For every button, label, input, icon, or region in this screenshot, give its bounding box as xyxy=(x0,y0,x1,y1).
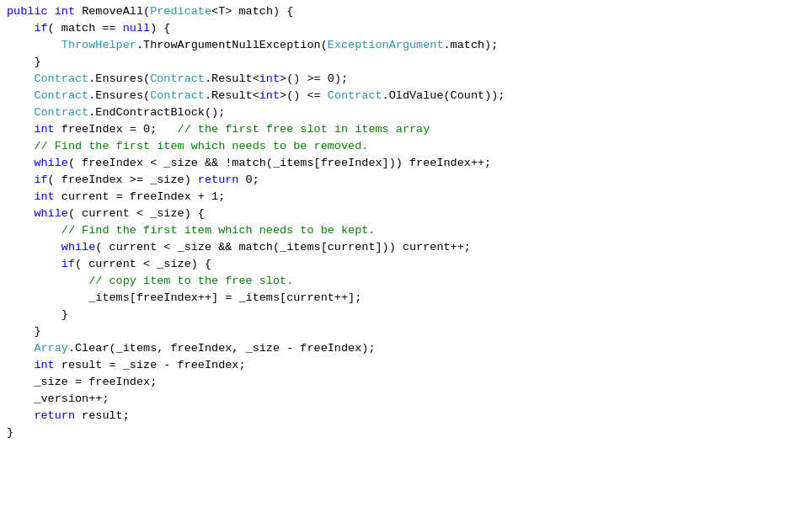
token-plain: 0; xyxy=(238,172,259,189)
token-plain: _version++; xyxy=(34,391,109,408)
token-type: ThrowHelper xyxy=(61,37,136,54)
line-indent xyxy=(7,340,34,357)
code-line: Contract.EndContractBlock(); xyxy=(0,104,812,121)
code-line: if( match == null) { xyxy=(0,20,812,37)
line-indent xyxy=(7,256,61,273)
token-kw: while xyxy=(34,155,68,172)
token-plain: } xyxy=(34,54,40,71)
token-plain: .OldValue(Count)); xyxy=(382,88,505,104)
line-indent xyxy=(7,273,88,290)
token-plain: .match); xyxy=(444,37,499,54)
token-plain: ( freeIndex >= _size) xyxy=(48,172,198,189)
token-kw: if xyxy=(34,20,47,37)
line-indent xyxy=(7,323,34,340)
code-line: while( current < _size && match(_items[c… xyxy=(0,239,812,256)
token-plain: .EndContractBlock(); xyxy=(88,104,225,121)
code-line: ThrowHelper.ThrowArgumentNullException(E… xyxy=(0,37,812,54)
code-line: public int RemoveAll(Predicate<T> match)… xyxy=(0,3,812,20)
line-indent xyxy=(7,205,34,222)
token-kw: int xyxy=(34,189,54,205)
code-line: } xyxy=(0,307,812,323)
code-line: // Find the first item which needs to be… xyxy=(0,222,812,239)
token-plain: result = _size - freeIndex; xyxy=(55,357,246,374)
code-line: while( freeIndex < _size && !match(_item… xyxy=(0,155,812,172)
code-line: Contract.Ensures(Contract.Result<int>() … xyxy=(0,71,812,88)
code-line: // copy item to the free slot. xyxy=(0,273,812,290)
token-plain: .Clear(_items, freeIndex, _size - freeIn… xyxy=(68,340,376,357)
line-indent xyxy=(7,374,34,391)
line-indent xyxy=(7,391,34,408)
token-type: Predicate xyxy=(150,3,211,20)
line-indent xyxy=(7,104,34,121)
token-kw: if xyxy=(34,172,47,189)
token-plain: _size = freeIndex; xyxy=(34,374,157,391)
token-plain: >() >= 0); xyxy=(280,71,348,88)
line-indent xyxy=(7,239,61,256)
token-kw: public xyxy=(7,3,48,20)
token-plain: .Ensures( xyxy=(88,88,150,104)
code-line: int current = freeIndex + 1; xyxy=(0,189,812,205)
code-line: Array.Clear(_items, freeIndex, _size - f… xyxy=(0,340,812,357)
line-indent xyxy=(7,54,34,71)
line-indent xyxy=(7,408,34,424)
code-line: // Find the first item which needs to be… xyxy=(0,138,812,155)
line-indent xyxy=(7,88,34,104)
token-plain: ) { xyxy=(150,20,170,37)
code-line: _items[freeIndex++] = _items[current++]; xyxy=(0,290,812,307)
token-plain: ( current < _size) { xyxy=(68,205,205,222)
token-plain: freeIndex = 0; xyxy=(55,121,178,138)
line-indent xyxy=(7,37,61,54)
token-kw: return xyxy=(34,408,75,424)
token-kw: null xyxy=(123,20,150,37)
code-line: if( current < _size) { xyxy=(0,256,812,273)
token-type: Array xyxy=(34,340,68,357)
token-plain: ( current < _size && match(_items[curren… xyxy=(95,239,471,256)
token-kw: int xyxy=(55,3,75,20)
token-plain: ( match == xyxy=(48,20,123,37)
line-indent xyxy=(7,20,34,37)
code-line: Contract.Ensures(Contract.Result<int>() … xyxy=(0,88,812,104)
line-indent xyxy=(7,222,61,239)
token-plain: current = freeIndex + 1; xyxy=(55,189,226,205)
line-indent xyxy=(7,290,88,307)
line-indent xyxy=(7,121,34,138)
token-plain: ( current < _size) { xyxy=(75,256,211,273)
token-kw: if xyxy=(61,256,75,273)
token-plain: } xyxy=(7,424,13,441)
line-indent xyxy=(7,307,61,323)
code-line: while( current < _size) { xyxy=(0,205,812,222)
token-kw: while xyxy=(34,205,68,222)
code-line: return result; xyxy=(0,408,812,424)
token-type: Contract xyxy=(150,88,205,104)
token-plain: <T> match) { xyxy=(211,3,293,20)
code-line: if( freeIndex >= _size) return 0; xyxy=(0,172,812,189)
token-kw: int xyxy=(34,121,54,138)
line-indent xyxy=(7,172,34,189)
token-comment: // Find the first item which needs to be… xyxy=(61,222,376,239)
token-plain: >() <= xyxy=(280,88,328,104)
token-plain: _items[freeIndex++] = _items[current++]; xyxy=(88,290,361,307)
line-indent xyxy=(7,138,34,155)
token-type: ExceptionArgument xyxy=(328,37,444,54)
token-type: Contract xyxy=(34,71,88,88)
token-kw: int xyxy=(259,88,280,104)
line-indent xyxy=(7,357,34,374)
token-type: Contract xyxy=(34,104,88,121)
code-line: int freeIndex = 0; // the first free slo… xyxy=(0,121,812,138)
token-kw: while xyxy=(61,239,96,256)
token-plain: ( freeIndex < _size && !match(_items[fre… xyxy=(68,155,491,172)
code-line: } xyxy=(0,424,812,441)
line-indent xyxy=(7,189,34,205)
token-comment: // Find the first item which needs to be… xyxy=(34,138,368,155)
token-kw: int xyxy=(259,71,280,88)
code-line: } xyxy=(0,323,812,340)
token-plain xyxy=(48,3,55,20)
code-line: int result = _size - freeIndex; xyxy=(0,357,812,374)
code-line: } xyxy=(0,54,812,71)
token-type: Contract xyxy=(328,88,382,104)
token-plain: .ThrowArgumentNullException( xyxy=(136,37,328,54)
token-plain: .Result< xyxy=(205,88,259,104)
token-comment: // copy item to the free slot. xyxy=(88,273,293,290)
token-plain: result; xyxy=(75,408,130,424)
token-kw: int xyxy=(34,357,54,374)
